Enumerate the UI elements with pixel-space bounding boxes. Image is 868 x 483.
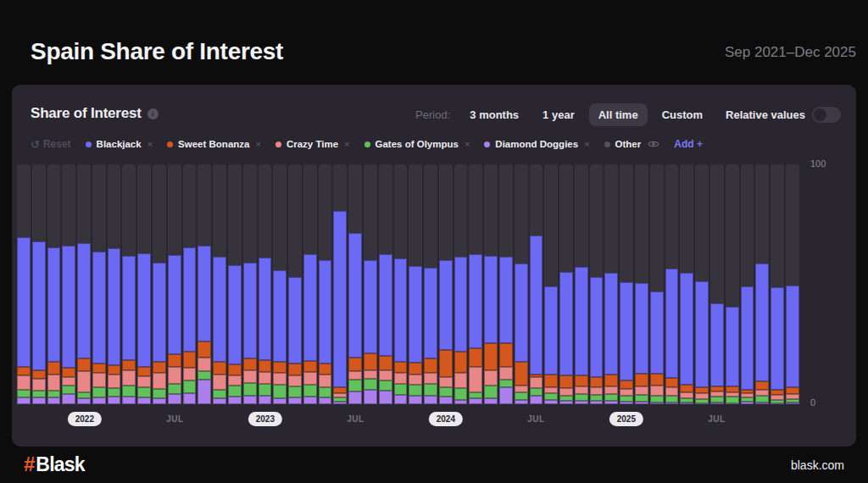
filter-chip-gates-of-olympus[interactable]: Gates of Olympus× [364,139,470,149]
bar-segment-gates-of-olympus [47,391,61,398]
bar-segment-sweet-bonanza [786,387,799,393]
bar-segment-blackjack [333,211,347,387]
filter-chip-crazy-time[interactable]: Crazy Time× [275,139,350,149]
bar-segment-crazy-time [92,373,106,387]
bar-segment-sweet-bonanza [499,343,513,367]
eye-icon[interactable] [648,140,659,148]
bar-column-nov-2025[interactable] [771,164,784,404]
bar-stack [122,256,136,404]
bar-column-jan-2023[interactable] [259,164,272,404]
year-pill: 2024 [429,412,463,426]
bar-segment-blackjack [695,281,709,387]
bar-column-oct-2025[interactable] [755,164,769,404]
chip-remove-icon[interactable]: × [584,139,589,149]
bar-stack [665,269,679,404]
bar-column-may-2023[interactable] [319,164,332,404]
period-option-1-year[interactable]: 1 year [533,103,584,126]
filter-chip-other[interactable]: Other [604,139,660,149]
filter-chip-diamond-doggies[interactable]: Diamond Doggies× [484,139,589,149]
info-icon[interactable]: i [147,108,159,119]
period-option-all-time[interactable]: All time [589,103,648,126]
bar-column-jun-2022[interactable] [153,164,166,404]
bar-column-sep-2022[interactable] [198,164,211,404]
bar-column-oct-2023[interactable] [394,164,408,404]
bar-segment-gates-of-olympus [726,397,739,403]
bar-column-oct-2022[interactable] [213,164,226,404]
bar-column-dec-2022[interactable] [243,164,257,404]
bar-column-jun-2023[interactable] [333,164,347,404]
bar-column-aug-2024[interactable] [544,164,558,404]
bar-column-aug-2023[interactable] [364,164,377,404]
bar-column-apr-2024[interactable] [484,164,498,404]
bar-column-oct-2024[interactable] [575,164,588,404]
chip-remove-icon[interactable]: × [255,139,260,149]
bar-column-feb-2025[interactable] [635,164,648,404]
bar-column-sep-2021[interactable] [17,164,31,404]
relative-values-toggle[interactable] [812,107,841,123]
x-axis-labels: 2022JUL2023JUL2024JUL2025JUL [17,410,799,427]
bar-column-dec-2021[interactable] [62,164,75,404]
bar-column-jun-2025[interactable] [695,164,709,404]
bar-column-aug-2025[interactable] [726,164,739,404]
reset-button[interactable]: ↺ Reset [31,138,71,150]
bar-column-dec-2023[interactable] [424,164,437,404]
add-button[interactable]: Add + [674,138,703,150]
chip-remove-icon[interactable]: × [147,139,153,149]
bar-segment-gates-of-olympus [530,388,543,396]
bar-column-mar-2025[interactable] [650,164,664,404]
bar-segment-gates-of-olympus [303,385,317,397]
period-option-3-months[interactable]: 3 months [460,103,528,126]
period-option-custom[interactable]: Custom [653,103,712,126]
bar-column-may-2022[interactable] [137,164,151,404]
bar-segment-crazy-time [484,370,498,386]
bar-segment-diamond-doggies [183,393,197,404]
bar-segment-blackjack [379,254,392,356]
bar-segment-diamond-doggies [469,398,482,404]
bar-column-nov-2024[interactable] [590,164,604,404]
filter-chip-blackjack[interactable]: Blackjack× [86,139,153,149]
bar-segment-gates-of-olympus [348,380,362,391]
period-label: Period: [415,108,450,121]
bar-column-sep-2024[interactable] [559,164,573,404]
bar-column-jul-2023[interactable] [348,164,362,404]
bar-column-apr-2025[interactable] [665,164,679,404]
bar-column-feb-2023[interactable] [273,164,287,404]
bar-segment-blackjack [213,257,226,362]
bar-column-jan-2025[interactable] [620,164,633,404]
bar-segment-sweet-bonanza [183,352,197,368]
bar-column-jan-2024[interactable] [439,164,453,404]
bar-column-may-2024[interactable] [499,164,513,404]
bar-column-apr-2022[interactable] [122,164,136,404]
bar-column-nov-2022[interactable] [228,164,242,404]
bar-column-feb-2024[interactable] [454,164,468,404]
bar-column-jul-2022[interactable] [168,164,181,404]
bar-segment-sweet-bonanza [620,380,633,390]
bar-column-jan-2022[interactable] [77,164,91,404]
bar-column-jul-2024[interactable] [530,164,543,404]
bar-column-dec-2025[interactable] [786,164,799,404]
bar-column-aug-2022[interactable] [183,164,197,404]
bar-column-apr-2023[interactable] [303,164,317,404]
bar-column-feb-2022[interactable] [92,164,106,404]
bar-column-may-2025[interactable] [680,164,693,404]
bar-column-nov-2023[interactable] [409,164,422,404]
bar-segment-crazy-time [303,372,317,384]
bar-segment-diamond-doggies [424,396,437,404]
bar-column-mar-2022[interactable] [108,164,121,404]
bar-column-dec-2024[interactable] [604,164,618,404]
chip-remove-icon[interactable]: × [465,139,470,149]
bar-column-jun-2024[interactable] [515,164,528,404]
chip-remove-icon[interactable]: × [344,139,349,149]
bar-column-oct-2021[interactable] [32,164,46,404]
bar-segment-blackjack [198,246,211,341]
bar-column-jul-2025[interactable] [710,164,724,404]
bar-segment-diamond-doggies [137,397,151,404]
bar-column-sep-2023[interactable] [379,164,392,404]
bar-stack [17,237,31,404]
bar-column-sep-2025[interactable] [741,164,754,404]
filter-chip-sweet-bonanza[interactable]: Sweet Bonanza× [167,139,261,149]
bar-segment-sweet-bonanza [635,374,648,386]
bar-column-nov-2021[interactable] [47,164,61,404]
bar-column-mar-2023[interactable] [288,164,302,404]
bar-column-mar-2024[interactable] [469,164,482,404]
